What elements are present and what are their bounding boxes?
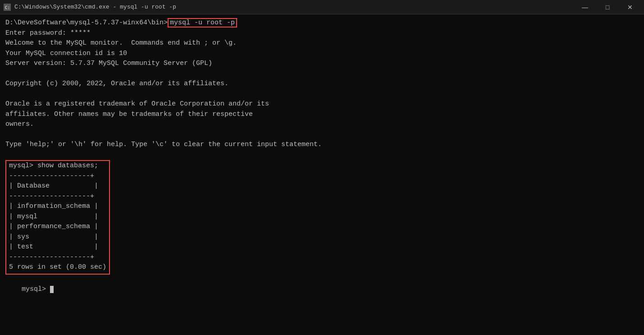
oracle1-line: Oracle is a registered trademark of Orac… (5, 99, 639, 110)
title-bar-controls: — □ ✕ (575, 0, 640, 14)
blank2 (5, 89, 639, 100)
db-row-1: | mysql | (6, 212, 109, 222)
server-version-line: Server version: 5.7.37 MySQL Community S… (5, 59, 639, 69)
terminal-body: D:\DeveSoftware\mysql-5.7.37-winx64\bin>… (0, 14, 644, 335)
minimize-button[interactable]: — (575, 0, 595, 14)
separator-bot: --------------------+ (6, 252, 109, 263)
final-prompt-line[interactable]: mysql> (5, 275, 639, 305)
title-bar: C: C:\Windows\System32\cmd.exe - mysql -… (0, 0, 644, 14)
maximize-button[interactable]: □ (597, 0, 618, 14)
copyright-line: Copyright (c) 2000, 2022, Oracle and/or … (5, 79, 639, 89)
blank1 (5, 69, 639, 79)
db-row-3: | sys | (6, 232, 109, 243)
path-command-line: D:\DeveSoftware\mysql-5.7.37-winx64\bin>… (5, 18, 639, 28)
help-line: Type 'help;' or '\h' for help. Type '\c'… (5, 140, 639, 150)
result-block: mysql> show databases; -----------------… (5, 160, 110, 275)
db-row-0: | information_schema | (6, 202, 109, 212)
welcome-line: Welcome to the MySQL monitor. Commands e… (5, 38, 639, 49)
cursor (50, 286, 54, 293)
svg-text:C:: C: (5, 5, 10, 10)
db-row-4: | test | (6, 242, 109, 252)
header-row: | Database | (6, 181, 109, 192)
path-prefix: D:\DeveSoftware\mysql-5.7.37-winx64\bin> (5, 19, 168, 27)
row-count: 5 rows in set (0.00 sec) (6, 262, 109, 273)
oracle3-line: owners. (5, 119, 639, 130)
cmd-icon: C: (4, 4, 11, 11)
db-row-2: | performance_schema | (6, 222, 109, 232)
separator-mid: --------------------+ (6, 192, 109, 202)
separator-top: --------------------+ (6, 171, 109, 182)
blank4 (5, 150, 639, 161)
title-bar-left: C: C:\Windows\System32\cmd.exe - mysql -… (4, 4, 176, 11)
command-highlighted: mysql -u root -p (168, 18, 237, 28)
enter-password-line: Enter password: ***** (5, 28, 639, 39)
title-bar-title: C:\Windows\System32\cmd.exe - mysql -u r… (14, 4, 176, 10)
blank3 (5, 130, 639, 140)
close-button[interactable]: ✕ (620, 0, 640, 14)
final-prompt-text: mysql> (22, 285, 50, 293)
show-databases-cmd: mysql> show databases; (6, 161, 109, 171)
oracle2-line: affiliates. Other names may be trademark… (5, 110, 639, 120)
connection-id-line: Your MySQL connection id is 10 (5, 49, 639, 59)
